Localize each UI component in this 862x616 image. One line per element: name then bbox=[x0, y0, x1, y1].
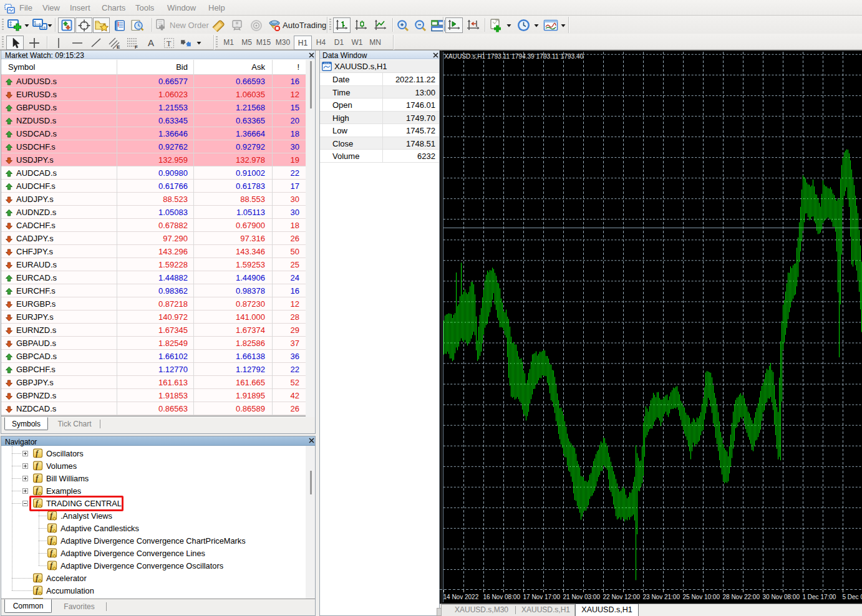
svg-text:5 Dec 02:00: 5 Dec 02:00 bbox=[843, 594, 862, 600]
svg-text:1 Dec 17:00: 1 Dec 17:00 bbox=[803, 594, 836, 600]
svg-text:14 Nov 2022: 14 Nov 2022 bbox=[443, 594, 479, 600]
svg-text:E: E bbox=[117, 44, 120, 49]
svg-text:28 Nov 22:00: 28 Nov 22:00 bbox=[723, 594, 760, 600]
svg-text:XAUUSD.s,H1 1793.11 1794.39 1: XAUUSD.s,H1 1793.11 1794.39 1793.11 1793… bbox=[444, 53, 584, 60]
svg-text:16 Nov 08:00: 16 Nov 08:00 bbox=[483, 594, 521, 600]
svg-text:22 Nov 12:00: 22 Nov 12:00 bbox=[603, 594, 641, 600]
svg-text:21 Nov 03:00: 21 Nov 03:00 bbox=[563, 594, 601, 600]
svg-text:23 Nov 21:00: 23 Nov 21:00 bbox=[643, 594, 680, 600]
svg-text:F: F bbox=[135, 44, 138, 49]
svg-text:17 Nov 17:00: 17 Nov 17:00 bbox=[523, 594, 561, 600]
svg-text:30 Nov 08:00: 30 Nov 08:00 bbox=[763, 594, 800, 600]
svg-text:25 Nov 10:00: 25 Nov 10:00 bbox=[683, 594, 720, 600]
svg-text:T: T bbox=[167, 39, 172, 47]
